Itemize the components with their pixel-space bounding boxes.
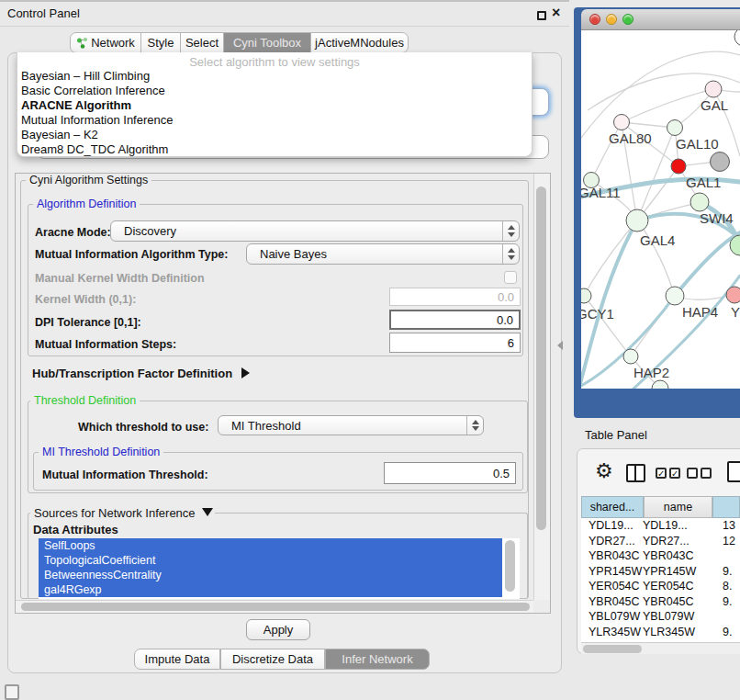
algorithm-option-list: Bayesian – Hill ClimbingBasic Correlatio…: [17, 69, 532, 157]
tab-select[interactable]: Select: [180, 32, 224, 53]
tab-impute-data[interactable]: Impute Data: [134, 649, 220, 670]
table-row[interactable]: YBL079WYBL079W: [581, 609, 740, 625]
table-panel-title: Table Panel: [585, 428, 647, 442]
table-scrollbar-thumb[interactable]: [583, 645, 642, 653]
data-attribute-item[interactable]: SelfLoops: [39, 538, 502, 553]
data-attributes-list[interactable]: SelfLoopsTopologicalCoefficientBetweenne…: [39, 538, 520, 599]
kernel-width-input[interactable]: [389, 288, 521, 306]
checked-checkbox-icon[interactable]: ✓: [669, 468, 680, 479]
horizontal-scrollbar-thumb[interactable]: [21, 603, 530, 611]
algorithm-option[interactable]: Bayesian – Hill Climbing: [17, 69, 532, 84]
algorithm-option[interactable]: ARACNE Algorithm: [17, 98, 532, 113]
table-horizontal-scrollbar[interactable]: [581, 642, 740, 654]
mi-steps-input[interactable]: [389, 333, 521, 353]
network-node[interactable]: [711, 152, 730, 172]
dpi-tolerance-label: DPI Tolerance [0,1]:: [35, 316, 141, 329]
close-window-icon[interactable]: [589, 14, 600, 25]
manual-kernel-width-checkbox[interactable]: [504, 271, 517, 284]
table-cell: YBL079W: [589, 609, 640, 625]
tab-cyni-toolbox[interactable]: Cyni Toolbox: [223, 32, 311, 53]
combo-spinner-icon: [502, 221, 519, 241]
network-node[interactable]: [705, 81, 722, 97]
list-scrollbar-thumb[interactable]: [505, 540, 515, 592]
apply-button[interactable]: Apply: [246, 619, 310, 640]
node-table[interactable]: YDL19...YDL19...13YDR27...YDR27...12YBR0…: [581, 518, 740, 642]
unchecked-checkbox-icon[interactable]: [701, 468, 712, 479]
maximize-window-icon[interactable]: [622, 14, 633, 25]
node-label: Y: [731, 304, 740, 320]
tab-style[interactable]: Style: [140, 32, 181, 53]
data-attribute-item[interactable]: TopologicalCoefficient: [39, 553, 502, 568]
splitter-collapse-icon[interactable]: [557, 341, 563, 350]
network-graph: GALGAL80GAL10GAL1GAL11SWI4GAL4GCY1HAP4YH…: [581, 30, 740, 389]
column-header-name[interactable]: name: [644, 496, 712, 518]
algorithm-definition-label: Algorithm Definition: [33, 198, 140, 210]
aracne-mode-label: Aracne Mode:: [35, 226, 111, 239]
node-label: GAL: [701, 97, 728, 113]
table-row[interactable]: YLR345WYLR345W9.: [581, 625, 740, 640]
minimized-panel-icon[interactable]: [5, 684, 19, 700]
network-node[interactable]: [652, 380, 668, 389]
table-row[interactable]: YDL19...YDL19...13: [581, 518, 740, 534]
column-layout-icon[interactable]: [626, 464, 645, 482]
algorithm-option[interactable]: Bayesian – K2: [17, 128, 532, 142]
tab-discretize-data[interactable]: Discretize Data: [220, 649, 325, 670]
table-cell: YBR043C: [643, 548, 694, 564]
sources-toggle[interactable]: Sources for Network Inference: [30, 506, 215, 520]
checked-checkbox-icon[interactable]: ✓: [656, 468, 667, 479]
network-window-titlebar[interactable]: [581, 9, 740, 30]
algorithm-option[interactable]: Dream8 DC_TDC Algorithm: [17, 142, 532, 157]
node-label: SWI4: [700, 210, 734, 226]
table-row[interactable]: YDR27...YDR27...12: [581, 534, 740, 549]
minimize-window-icon[interactable]: [606, 14, 617, 25]
tab-jactivemnodules[interactable]: jActiveMNodules: [310, 32, 409, 53]
algorithm-dropdown-placeholder: Select algorithm to view settings: [17, 55, 532, 69]
combo-spinner-icon: [502, 244, 519, 264]
node-label: HAP2: [633, 365, 669, 380]
network-canvas[interactable]: GALGAL80GAL10GAL1GAL11SWI4GAL4GCY1HAP4YH…: [581, 30, 740, 389]
network-node[interactable]: [667, 120, 683, 136]
table-cell: YLR345W: [589, 625, 641, 640]
dpi-tolerance-input[interactable]: [389, 310, 521, 330]
gear-icon[interactable]: ⚙: [595, 459, 613, 482]
network-node[interactable]: [623, 349, 638, 364]
table-row[interactable]: YPR145WYPR145W9.: [581, 564, 740, 580]
table-row[interactable]: YBR045CYBR045C9.: [581, 594, 740, 610]
data-attribute-item[interactable]: gal4RGexp: [39, 582, 502, 597]
vertical-scrollbar-thumb[interactable]: [536, 186, 546, 530]
network-node[interactable]: [581, 288, 591, 303]
cyni-algorithm-settings-label: Cyni Algorithm Settings: [26, 174, 151, 186]
network-node[interactable]: [726, 287, 740, 303]
network-node[interactable]: [614, 115, 630, 130]
unchecked-checkbox-icon[interactable]: [687, 468, 698, 479]
mi-algorithm-type-combobox[interactable]: Naive Bayes: [246, 243, 520, 265]
algorithm-option[interactable]: Basic Correlation Inference: [17, 84, 532, 98]
document-icon[interactable]: [727, 461, 740, 482]
table-cell: YDR27...: [589, 534, 635, 549]
float-panel-icon[interactable]: [537, 11, 546, 20]
column-header-partial[interactable]: [712, 496, 740, 518]
table-row[interactable]: YER054CYER054C8.: [581, 579, 740, 594]
tab-network[interactable]: Network: [70, 32, 141, 53]
aracne-mode-combobox[interactable]: Discovery: [110, 220, 520, 242]
table-cell: YBR045C: [589, 594, 640, 610]
network-node[interactable]: [626, 209, 648, 231]
hub-definition-toggle[interactable]: Hub/Transcription Factor Definition: [32, 367, 250, 380]
network-node[interactable]: [690, 193, 709, 211]
data-attribute-item[interactable]: BetweennessCentrality: [39, 568, 502, 582]
tab-infer-network[interactable]: Infer Network: [325, 649, 430, 670]
network-node[interactable]: [671, 159, 686, 174]
table-row[interactable]: YBR043CYBR043C: [581, 548, 740, 564]
window-top-border: [0, 0, 569, 2]
network-node[interactable]: [734, 30, 740, 46]
close-icon[interactable]: ×: [552, 5, 560, 21]
combo-spinner-icon: [466, 416, 483, 435]
column-header-shared-name[interactable]: shared...: [581, 496, 644, 518]
mi-threshold-input[interactable]: [384, 462, 516, 484]
which-threshold-combobox[interactable]: MI Threshold: [218, 415, 484, 435]
table-cell: YLR345W: [643, 625, 695, 640]
table-cell: 13: [723, 518, 735, 534]
network-node[interactable]: [666, 287, 684, 305]
table-cell: YER054C: [643, 579, 694, 594]
algorithm-option[interactable]: Mutual Information Inference: [17, 113, 532, 128]
